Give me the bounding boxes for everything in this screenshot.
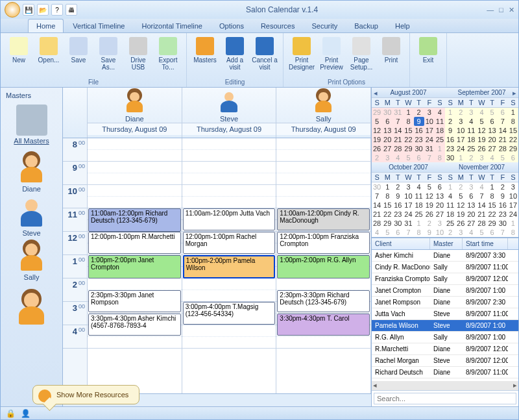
calendar-day[interactable]: 5 [424,182,435,191]
column-header-steve[interactable]: SteveThursday, August 09 [182,88,277,138]
calendar-day[interactable]: 6 [414,153,424,162]
calendar-day[interactable]: 24 [424,135,435,144]
calendar-day[interactable]: 16 [445,135,455,144]
calendar-day[interactable]: 24 [508,210,518,219]
appointment[interactable]: 11:00am-12:00pm Cindy R. MacDonough [277,208,370,230]
calendar-day[interactable]: 22 [508,135,518,144]
calendar-day[interactable]: 8 [508,117,518,126]
calendar-day[interactable]: 20 [435,201,445,210]
calendar-day[interactable]: 8 [414,228,424,237]
close-button[interactable]: ✕ [509,6,514,14]
table-row[interactable]: R.MarchettiDiane8/9/2007 12:00 [372,343,518,355]
calendar-day[interactable]: 21 [476,210,487,219]
calendar-day[interactable]: 31 [392,108,403,117]
calendar-day[interactable]: 4 [372,228,382,237]
table-row[interactable]: Jutta VachSteve8/9/2007 11:00 [372,308,518,320]
calendar-day[interactable]: 27 [487,144,498,153]
calendar-day[interactable]: 6 [508,153,518,162]
calendar-day[interactable]: 24 [403,210,413,219]
calendar-day[interactable]: 12 [424,191,435,201]
cal-next-icon[interactable]: ▸ [513,89,516,97]
export-button[interactable]: Export To... [154,36,182,77]
calendar-day[interactable]: 27 [435,210,445,219]
search-input[interactable] [374,393,516,404]
masters-button[interactable]: Masters [191,36,219,77]
calendar-day[interactable]: 13 [487,126,498,135]
calendar-day[interactable]: 11 [435,117,445,126]
calendar-day[interactable]: 25 [435,135,445,144]
calendar-day[interactable]: 28 [392,144,403,153]
calendar-day[interactable]: 2 [498,182,508,191]
calendar-day[interactable]: 5 [476,117,487,126]
calendar-day[interactable]: 1 [445,108,455,117]
calendar-day[interactable]: 3 [508,182,518,191]
calendar-day[interactable]: 21 [498,135,508,144]
calendar-day[interactable]: 5 [455,191,466,201]
calendar-day[interactable]: 6 [487,228,498,237]
calendar-day[interactable]: 6 [392,228,403,237]
calendar-day[interactable]: 9 [392,191,403,201]
calendar-day[interactable]: 6 [466,191,476,201]
tab-horizontal-timeline[interactable]: Horizontal Timeline [134,19,210,32]
calendar-day[interactable]: 27 [466,219,476,228]
table-row[interactable]: Rachel MorganSteve8/9/2007 12:00 [372,355,518,367]
calendar-day[interactable]: 18 [414,201,424,210]
calendar-day[interactable]: 3 [455,117,466,126]
calendar-day[interactable]: 7 [372,191,382,201]
calendar-day[interactable]: 20 [382,135,392,144]
calendar-day[interactable]: 26 [455,219,466,228]
calendar-day[interactable]: 30 [414,144,424,153]
calendar-day[interactable]: 2 [445,117,455,126]
calendar-day[interactable]: 3 [435,219,445,228]
calendar-day[interactable]: 8 [382,191,392,201]
calendar-day[interactable]: 19 [372,135,382,144]
table-row[interactable]: Pamela WilsonSteve8/9/2007 1:00 [372,320,518,332]
schedule-column[interactable]: 11:00am-12:00pm Jutta Vach12:00pm-1:00pm… [182,138,277,393]
calendar-day[interactable]: 30 [498,219,508,228]
table-row[interactable]: Janet CromptonDiane8/9/2007 1:00 [372,285,518,297]
calendar-day[interactable]: 1 [508,219,518,228]
appointment[interactable]: 3:30pm-4:30pm Asher Kimchi (4567-8768-78… [88,314,181,336]
qat-open-icon[interactable]: 📂 [37,4,49,16]
calendar-day[interactable]: 13 [435,191,445,201]
calendar-day[interactable]: 10 [403,191,413,201]
calendar-day[interactable]: 1 [455,153,466,162]
calendar-day[interactable]: 1 [382,182,392,191]
calendar-day[interactable]: 14 [392,126,403,135]
appointment[interactable]: 3:30pm-4:30pm T. Carol [277,314,370,336]
calendar-day[interactable]: 4 [487,153,498,162]
calendar-day[interactable]: 17 [508,201,518,210]
tab-resources[interactable]: Resources [253,19,303,32]
tab-options[interactable]: Options [211,19,252,32]
tab-vertical-timeline[interactable]: Vertical Timeline [65,19,132,32]
appointment[interactable]: 1:00pm-2:00pm Pamela Wilson [183,255,276,278]
calendar-day[interactable]: 3 [424,108,435,117]
calendar-day[interactable]: 17 [424,126,435,135]
table-row[interactable]: Franziska CromptonSally8/9/2007 12:00 [372,273,518,285]
tab-help[interactable]: Help [387,19,418,32]
calendar-day[interactable]: 6 [382,117,392,126]
calendar-day[interactable]: 10 [435,228,445,237]
calendar-day[interactable]: 7 [476,191,487,201]
calendar-day[interactable]: 1 [403,108,413,117]
calendar-day[interactable]: 4 [435,108,445,117]
calendar-day[interactable]: 5 [498,153,508,162]
qat-help-icon[interactable]: ? [51,4,63,16]
calendar-day[interactable]: 2 [455,182,466,191]
calendar-day[interactable]: 5 [487,108,498,117]
calendar-day[interactable]: 28 [372,219,382,228]
page-setup-button[interactable]: Page Setup... [347,36,376,77]
calendar-day[interactable]: 6 [487,117,498,126]
qat-print-icon[interactable]: 🖶 [66,4,77,16]
calendar-day[interactable]: 20 [487,135,498,144]
calendar-day[interactable]: 14 [476,201,487,210]
calendar-day[interactable]: 5 [372,117,382,126]
cancel-visit-button[interactable]: Cancel a visit [250,36,279,77]
column-header-diane[interactable]: DianeThursday, August 09 [88,88,182,138]
calendar-day[interactable]: 9 [424,228,435,237]
calendar-day[interactable]: 12 [372,126,382,135]
table-row[interactable]: R.G. AllynSally8/9/2007 1:00 [372,332,518,343]
scrollbar[interactable]: ◂▸ [372,381,518,390]
calendar-day[interactable]: 7 [424,153,435,162]
table-header[interactable]: Master [430,238,463,249]
